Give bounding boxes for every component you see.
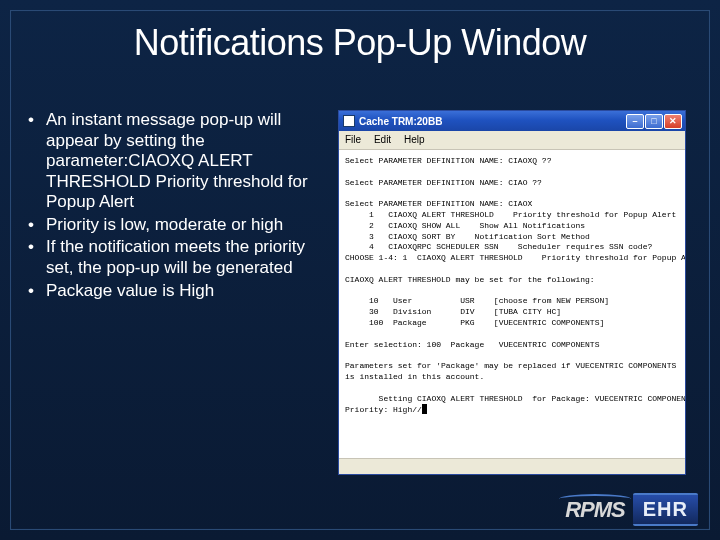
swoosh-icon <box>559 494 631 504</box>
menu-bar: File Edit Help <box>339 131 685 150</box>
bullet-item: An instant message pop-up will appear by… <box>22 110 324 213</box>
rpms-logo: RPMS <box>565 497 625 523</box>
slide-content: An instant message pop-up will appear by… <box>22 110 698 475</box>
close-button[interactable]: ✕ <box>664 114 682 129</box>
menu-file[interactable]: File <box>345 134 361 145</box>
ehr-logo: EHR <box>633 493 698 526</box>
cursor-icon <box>422 404 427 414</box>
bullet-list: An instant message pop-up will appear by… <box>22 110 324 475</box>
menu-help[interactable]: Help <box>404 134 425 145</box>
bullet-item: If the notification meets the priority s… <box>22 237 324 278</box>
window-title: Cache TRM:20BB <box>359 116 626 127</box>
footer-logo-group: RPMS EHR <box>565 493 698 526</box>
minimize-button[interactable]: – <box>626 114 644 129</box>
window-titlebar: Cache TRM:20BB – □ ✕ <box>339 111 685 131</box>
terminal-output[interactable]: Select PARAMETER DEFINITION NAME: CIAOXQ… <box>339 150 685 458</box>
bullet-item: Package value is High <box>22 281 324 302</box>
slide-title: Notifications Pop-Up Window <box>0 22 720 64</box>
app-icon <box>343 115 355 127</box>
screenshot-window: Cache TRM:20BB – □ ✕ File Edit Help Sele… <box>338 110 686 475</box>
maximize-button[interactable]: □ <box>645 114 663 129</box>
status-bar <box>339 458 685 474</box>
menu-edit[interactable]: Edit <box>374 134 391 145</box>
bullet-item: Priority is low, moderate or high <box>22 215 324 236</box>
